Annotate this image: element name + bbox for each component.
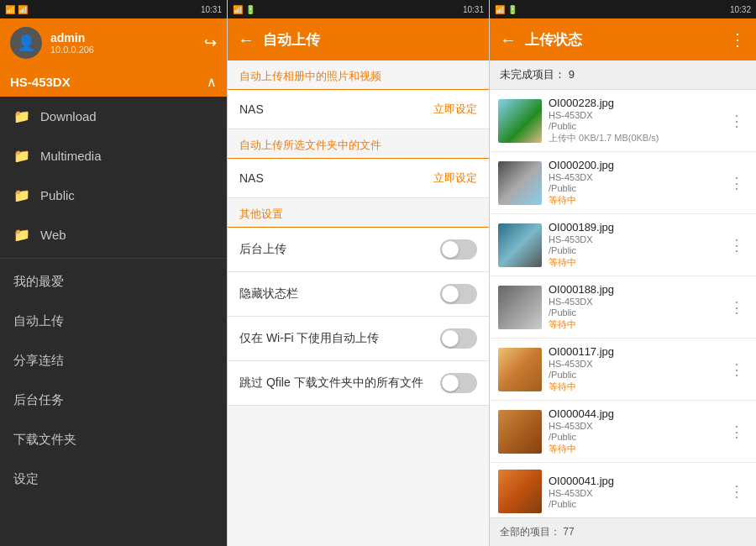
file-name: OI000041.jpg — [549, 475, 719, 487]
user-ip: 10.0.0.206 — [50, 45, 196, 55]
logout-icon[interactable]: ↪ — [204, 34, 217, 52]
file-item[interactable]: OI000117.jpgHS-453DX/Public等待中⋮ — [490, 339, 756, 401]
incomplete-count: 9 — [569, 68, 575, 81]
panel-right: 📶 🔋 10:32 ← 上传状态 ⋮ 未完成项目： 9 OI000228.jpg… — [489, 0, 756, 546]
file-status: 上传中 0KB/1.7 MB(0KB/s) — [549, 132, 719, 144]
right-header: ← 上传状态 ⋮ — [490, 18, 756, 60]
sidebar-item-download-folder[interactable]: 下载文件夹 — [0, 420, 227, 459]
file-thumbnail — [498, 286, 542, 329]
setting-nas2-action[interactable]: 立即设定 — [433, 171, 477, 186]
setting-row-nas2[interactable]: NAS 立即设定 — [228, 159, 489, 198]
file-thumbnail — [498, 348, 542, 391]
file-name: OI000189.jpg — [549, 221, 719, 234]
file-device: HS-453DX — [549, 172, 719, 182]
setting-nas2-label: NAS — [239, 171, 264, 185]
middle-content: 自动上传相册中的照片和视频 NAS 立即设定 自动上传所选文件夹中的文件 NAS… — [228, 60, 489, 546]
sidebar-item-tasks[interactable]: 后台任务 — [0, 381, 227, 420]
toggle-switch-skip-qfile[interactable] — [440, 373, 477, 393]
folder-icon-3: 📁 — [13, 187, 30, 203]
sidebar-item-share[interactable]: 分享连结 — [0, 341, 227, 381]
file-name: OI000188.jpg — [549, 283, 719, 296]
file-device: HS-453DX — [549, 488, 719, 498]
file-name: OI000200.jpg — [549, 159, 719, 171]
nas-section[interactable]: HS-453DX ∧ — [0, 67, 227, 97]
file-info: OI000117.jpgHS-453DX/Public等待中 — [549, 345, 719, 393]
sidebar-divider-1 — [0, 258, 227, 259]
file-status: 等待中 — [549, 194, 719, 207]
file-path: /Public — [549, 183, 719, 193]
middle-status-bar: 📶 🔋 10:31 — [228, 0, 489, 18]
sidebar-item-settings[interactable]: 设定 — [0, 459, 227, 499]
toggle-switch-hide-status[interactable] — [440, 284, 477, 304]
file-item[interactable]: OI000188.jpgHS-453DX/Public等待中⋮ — [490, 276, 756, 339]
middle-title: 自动上传 — [263, 30, 479, 50]
more-options-icon[interactable]: ⋮ — [729, 29, 746, 50]
middle-signal-icons: 📶 🔋 — [233, 5, 255, 14]
user-info: admin 10.0.0.206 — [50, 31, 196, 55]
file-item[interactable]: OI000041.jpgHS-453DX/Public⋮ — [490, 463, 756, 517]
right-back-button[interactable]: ← — [500, 30, 517, 50]
file-item[interactable]: OI000200.jpgHS-453DX/Public等待中⋮ — [490, 152, 756, 214]
file-item[interactable]: OI000189.jpgHS-453DX/Public等待中⋮ — [490, 214, 756, 276]
section-label-2: 自动上传所选文件夹中的文件 — [228, 129, 489, 159]
avatar: 👤 — [10, 27, 42, 59]
sidebar-item-label-download: Download — [40, 109, 97, 123]
file-item[interactable]: OI000228.jpgHS-453DX/Public上传中 0KB/1.7 M… — [490, 90, 756, 152]
file-menu-icon[interactable]: ⋮ — [726, 419, 748, 444]
back-button[interactable]: ← — [238, 30, 255, 50]
file-menu-icon[interactable]: ⋮ — [726, 171, 748, 196]
file-list: OI000228.jpgHS-453DX/Public上传中 0KB/1.7 M… — [490, 90, 756, 517]
toggle-row-background[interactable]: 后台上传 — [228, 228, 489, 272]
right-status-time: 10:32 — [730, 5, 751, 14]
file-device: HS-453DX — [549, 297, 719, 307]
file-status: 等待中 — [549, 443, 719, 455]
right-status-bar: 📶 🔋 10:32 — [490, 0, 756, 18]
file-device: HS-453DX — [549, 421, 719, 431]
left-header: 👤 admin 10.0.0.206 ↪ — [0, 18, 227, 67]
file-menu-icon[interactable]: ⋮ — [726, 108, 748, 134]
file-menu-icon[interactable]: ⋮ — [726, 357, 748, 382]
file-path: /Public — [549, 499, 719, 509]
incomplete-bar: 未完成项目： 9 — [490, 60, 756, 90]
sidebar-item-public[interactable]: 📁 Public — [0, 176, 227, 215]
toggle-row-hide-status[interactable]: 隐藏状态栏 — [228, 272, 489, 317]
file-thumbnail — [498, 161, 542, 205]
sidebar-item-multimedia[interactable]: 📁 Multimedia — [0, 136, 227, 176]
section-label-1: 自动上传相册中的照片和视频 — [228, 60, 489, 90]
file-menu-icon[interactable]: ⋮ — [726, 479, 748, 504]
file-status: 等待中 — [549, 256, 719, 269]
setting-row-nas1[interactable]: NAS 立即设定 — [228, 90, 489, 129]
setting-nas1-label: NAS — [239, 102, 264, 116]
file-status: 等待中 — [549, 381, 719, 393]
file-info: OI000228.jpgHS-453DX/Public上传中 0KB/1.7 M… — [549, 97, 719, 144]
file-menu-icon[interactable]: ⋮ — [726, 295, 748, 320]
left-status-bar: 📶 📶 10:31 — [0, 0, 227, 18]
sidebar-item-download[interactable]: 📁 Download — [0, 97, 227, 136]
total-count: 77 — [563, 526, 574, 538]
file-menu-icon[interactable]: ⋮ — [726, 233, 748, 258]
file-status: 等待中 — [549, 318, 719, 331]
sidebar-item-favorites[interactable]: 我的最爱 — [0, 262, 227, 302]
sidebar-item-web[interactable]: 📁 Web — [0, 215, 227, 255]
file-device: HS-453DX — [549, 234, 719, 244]
file-path: /Public — [549, 245, 719, 255]
file-path: /Public — [549, 370, 719, 380]
folder-icon-2: 📁 — [13, 148, 30, 164]
toggle-row-skip-qfile[interactable]: 跳过 Qfile 下载文件夹中的所有文件 — [228, 361, 489, 406]
toggle-label-wifi-only: 仅在 Wi-Fi 下使用自动上传 — [239, 331, 440, 346]
setting-nas1-action[interactable]: 立即设定 — [433, 102, 477, 117]
toggle-switch-background[interactable] — [440, 239, 477, 260]
sidebar-item-label-web: Web — [40, 228, 66, 242]
middle-header: ← 自动上传 — [228, 18, 489, 60]
total-label: 全部的项目： — [500, 526, 560, 538]
toggle-row-wifi-only[interactable]: 仅在 Wi-Fi 下使用自动上传 — [228, 317, 489, 361]
sidebar-item-autoupload[interactable]: 自动上传 — [0, 302, 227, 341]
file-path: /Public — [549, 121, 719, 131]
file-name: OI000117.jpg — [549, 345, 719, 358]
file-item[interactable]: OI000044.jpgHS-453DX/Public等待中⋮ — [490, 401, 756, 463]
file-thumbnail — [498, 99, 542, 143]
total-bar: 全部的项目： 77 — [490, 517, 756, 546]
toggle-switch-wifi-only[interactable] — [440, 328, 477, 349]
file-device: HS-453DX — [549, 110, 719, 120]
file-thumbnail — [498, 470, 542, 513]
